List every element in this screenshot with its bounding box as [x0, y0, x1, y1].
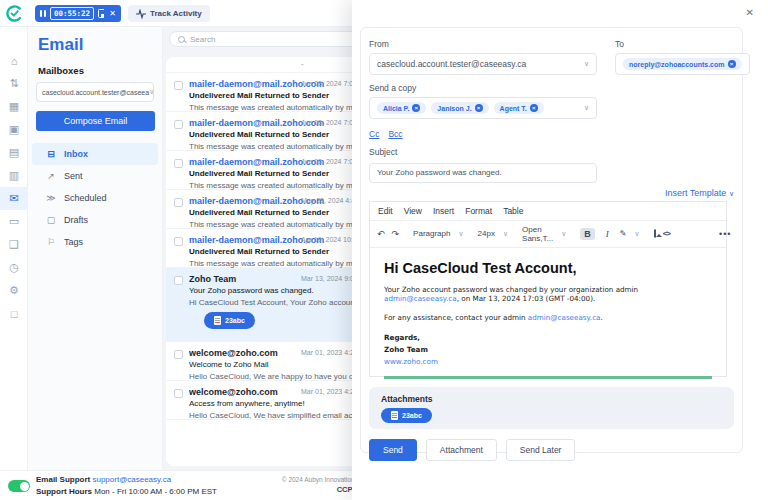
remove-copy-icon[interactable]: ×	[412, 104, 420, 112]
admin-email-link[interactable]: admin@caseeasy.ca	[384, 294, 457, 303]
home-icon[interactable]: ⌂	[0, 49, 28, 72]
attachment-name: 23abc	[402, 412, 422, 419]
menu-edit[interactable]: Edit	[378, 206, 393, 216]
remove-recipient-icon[interactable]: ×	[728, 60, 736, 68]
font-size-select[interactable]: 24px∨	[478, 229, 508, 238]
clipboard-icon[interactable]: ▥	[0, 164, 28, 187]
email-greeting: Hi CaseCloud Test Account,	[384, 260, 712, 276]
folder-tags[interactable]: ⚐ Tags	[32, 231, 158, 253]
track-activity-button[interactable]: Track Activity	[128, 5, 210, 22]
chevron-down-icon: ∨	[729, 190, 734, 197]
time-icon[interactable]: ◷	[0, 256, 28, 279]
row-checkbox[interactable]	[174, 350, 183, 359]
timer-widget[interactable]: 00:55:22	[35, 5, 112, 22]
row-checkbox[interactable]	[174, 237, 183, 246]
code-view-icon[interactable]: <>	[663, 229, 670, 238]
insert-template-link[interactable]: Insert Template	[665, 188, 726, 198]
archive-icon[interactable]: □	[0, 302, 28, 325]
signature-team: Zoho Team	[384, 344, 712, 356]
from-select[interactable]: casecloud.account.tester@caseeasy.ca ∨	[369, 53, 597, 75]
zoho-site-link[interactable]: www.zoho.com	[384, 357, 438, 366]
row-checkbox[interactable]	[174, 159, 183, 168]
menu-view[interactable]: View	[404, 206, 422, 216]
pen-icon: ✎	[620, 229, 627, 238]
email-body-editor[interactable]: Hi CaseCloud Test Account, Your Zoho acc…	[370, 248, 726, 376]
copy-chip[interactable]: Janison J. ×	[431, 102, 488, 114]
font-family-select[interactable]: Open Sans,T...∨	[522, 225, 566, 243]
copy-chip[interactable]: Agent T. ×	[494, 102, 544, 114]
track-activity-label: Track Activity	[150, 9, 202, 18]
undo-icon[interactable]: ↶	[377, 229, 385, 239]
attachment-chip[interactable]: 23abc	[204, 312, 255, 329]
support-email-link[interactable]: support@caseeasy.ca	[92, 475, 171, 484]
more-options-icon[interactable]: •••	[719, 229, 731, 239]
folder-sent[interactable]: ↗ Sent	[32, 165, 158, 187]
email-date: Apr 19, 2024 10:2	[301, 236, 357, 243]
chevron-down-icon: ∨	[149, 88, 154, 96]
folder-inbox[interactable]: ⊟ Inbox	[32, 143, 158, 165]
subject-input[interactable]	[369, 163, 597, 183]
row-checkbox[interactable]	[174, 276, 183, 285]
activity-icon[interactable]: ⇅	[0, 72, 28, 95]
folder-label: Tags	[64, 237, 83, 247]
pause-icon[interactable]	[40, 10, 46, 17]
italic-icon[interactable]: I	[602, 228, 613, 240]
timer-value: 00:55:22	[50, 7, 94, 20]
recipient-chip[interactable]: noreply@zohoaccounts.com ×	[623, 58, 742, 70]
calendar-icon[interactable]: ▦	[0, 95, 28, 118]
app-window: 00:55:22 ✕ Track Activity ⌂ ⇅ ▦ ▣ ▤ ▥ ✉ …	[0, 0, 768, 500]
bold-icon[interactable]: B	[580, 228, 595, 240]
menu-table[interactable]: Table	[503, 206, 523, 216]
chevron-down-icon: ∨	[561, 230, 566, 238]
mail-icon[interactable]: ✉	[0, 187, 28, 210]
redo-icon[interactable]: ↷	[392, 229, 400, 239]
file-icon	[214, 316, 221, 325]
compose-email-button[interactable]: Compose Email	[36, 111, 155, 131]
close-icon: ✕	[109, 9, 116, 18]
paragraph-select[interactable]: Paragraph∨	[413, 229, 463, 238]
chevron-down-icon: ∨	[584, 60, 589, 68]
editor-menubar: Edit View Insert Format Table	[370, 202, 726, 221]
send-later-button[interactable]: Send Later	[506, 439, 576, 461]
admin-email-link[interactable]: admin@caseeasy.ca	[528, 313, 601, 322]
billing-icon[interactable]: ▭	[0, 210, 28, 233]
remove-copy-icon[interactable]: ×	[530, 104, 538, 112]
signature-regards: Regards,	[384, 332, 712, 344]
row-checkbox[interactable]	[174, 198, 183, 207]
tasks-icon[interactable]: ▣	[0, 118, 28, 141]
text-color-picker[interactable]: ✎∨	[620, 229, 640, 238]
close-modal-icon[interactable]: ✕	[746, 7, 754, 18]
caseeasy-logo-icon	[5, 4, 24, 23]
briefcase-icon[interactable]: ▤	[0, 141, 28, 164]
send-copy-field[interactable]: Alicia P. × Janison J. × Agent T. × ∨	[369, 97, 597, 119]
folder-label: Inbox	[64, 149, 88, 159]
subject-label: Subject	[369, 147, 734, 157]
copy-chip[interactable]: Alicia P. ×	[377, 102, 426, 114]
row-checkbox[interactable]	[174, 389, 183, 398]
row-checkbox[interactable]	[174, 120, 183, 129]
attachment-chip[interactable]: 23abc	[381, 408, 432, 423]
attachment-button[interactable]: Attachment	[426, 439, 497, 461]
insert-image-icon[interactable]	[654, 229, 656, 238]
activity-pulse-icon	[136, 9, 146, 19]
bcc-link[interactable]: Bcc	[388, 129, 402, 139]
chat-icon[interactable]: ❑	[0, 233, 28, 256]
to-field[interactable]: noreply@zohoaccounts.com ×	[615, 53, 750, 75]
menu-format[interactable]: Format	[465, 206, 492, 216]
send-button[interactable]: Send	[369, 439, 417, 461]
cc-link[interactable]: Cc	[369, 129, 379, 139]
settings-icon[interactable]: ⚙	[0, 279, 28, 302]
support-toggle[interactable]	[8, 480, 30, 492]
folder-scheduled[interactable]: ≫ Scheduled	[32, 187, 158, 209]
support-hours-label: Support Hours	[36, 487, 92, 496]
folder-label: Scheduled	[64, 193, 107, 203]
recipient-address: noreply@zohoaccounts.com	[629, 61, 725, 68]
folder-drafts[interactable]: ▢ Drafts	[32, 209, 158, 231]
mailbox-select[interactable]: casecloud.account.tester@caseea ∨	[36, 82, 154, 102]
copyright-text: © 2024 Aubyn Innovations In	[170, 475, 365, 485]
remove-copy-icon[interactable]: ×	[475, 104, 483, 112]
rich-text-editor: Edit View Insert Format Table ↶ ↷ Paragr…	[369, 201, 727, 377]
menu-insert[interactable]: Insert	[433, 206, 454, 216]
stop-timer-button[interactable]: ✕	[104, 5, 121, 22]
row-checkbox[interactable]	[174, 81, 183, 90]
